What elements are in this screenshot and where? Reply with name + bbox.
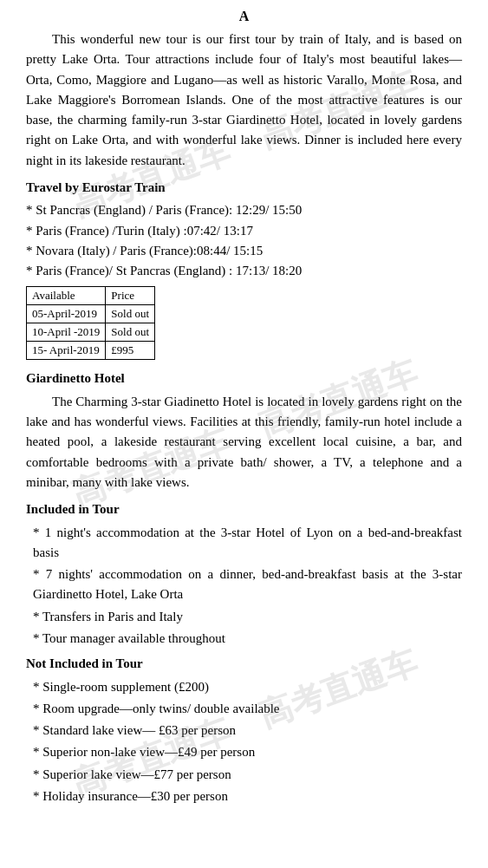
table-cell-date-2: 10-April -2019 [27, 323, 106, 342]
included-item-3: * Transfers in Paris and Italy [26, 607, 462, 627]
travel-section: Travel by Eurostar Train * St Pancras (E… [26, 178, 462, 282]
train-line-4: * Paris (France)/ St Pancras (England) :… [26, 261, 462, 281]
table-cell-date-3: 15- April-2019 [27, 342, 106, 360]
table-row: 15- April-2019 £995 [27, 342, 155, 360]
hotel-section: Giardinetto Hotel The Charming 3-star Gi… [26, 369, 462, 493]
not-included-item-3: * Standard lake view— £63 per person [26, 721, 462, 741]
not-included-title: Not Included in Tour [26, 654, 462, 674]
travel-title: Travel by Eurostar Train [26, 178, 462, 198]
included-section: Included in Tour * 1 night's accommodati… [26, 499, 462, 649]
table-cell-price-2: Sold out [106, 323, 155, 342]
train-line-2: * Paris (France) /Turin (Italy) :07:42/ … [26, 221, 462, 241]
train-line-3: * Novara (Italy) / Paris (France):08:44/… [26, 241, 462, 261]
hotel-title: Giardinetto Hotel [26, 369, 462, 388]
table-cell-date-1: 05-April-2019 [27, 305, 106, 323]
table-header-available: Available [27, 287, 106, 305]
not-included-item-5: * Superior lake view—£77 per person [26, 765, 462, 785]
not-included-item-6: * Holiday insurance—£30 per person [26, 786, 462, 806]
hotel-paragraph: The Charming 3-star Giadinetto Hotel is … [26, 392, 462, 493]
intro-paragraph: This wonderful new tour is our first tou… [26, 29, 462, 171]
not-included-section: Not Included in Tour * Single-room suppl… [26, 654, 462, 806]
included-item-4: * Tour manager available throughout [26, 629, 462, 649]
included-item-1: * 1 night's accommodation at the 3-star … [26, 523, 462, 564]
included-item-2: * 7 nights' accommodation on a dinner, b… [26, 565, 462, 605]
table-header-price: Price [106, 287, 155, 305]
availability-table: Available Price 05-April-2019 Sold out 1… [26, 286, 155, 360]
table-cell-price-1: Sold out [106, 305, 155, 323]
table-row: 10-April -2019 Sold out [27, 323, 155, 342]
section-heading: A [26, 9, 462, 24]
not-included-item-4: * Superior non-lake view—£49 per person [26, 742, 462, 762]
not-included-item-2: * Room upgrade—only twins/ double availa… [26, 699, 462, 719]
table-cell-price-3: £995 [106, 342, 155, 360]
train-line-1: * St Pancras (England) / Paris (France):… [26, 200, 462, 220]
table-row: 05-April-2019 Sold out [27, 305, 155, 323]
included-title: Included in Tour [26, 499, 462, 519]
not-included-item-1: * Single-room supplement (£200) [26, 677, 462, 697]
